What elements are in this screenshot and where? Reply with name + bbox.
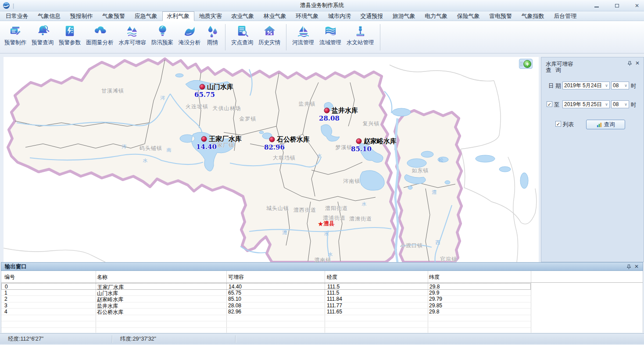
area-rain-icon xyxy=(93,24,107,38)
town-label: 盐井镇 xyxy=(299,100,316,108)
table-row[interactable]: 3盐井水库28.08111.7729.85 xyxy=(1,302,531,309)
list-checkbox[interactable]: ✓ xyxy=(555,121,561,127)
reservoir-marker[interactable] xyxy=(200,84,205,90)
menu-item-11[interactable]: 城市内涝 xyxy=(323,11,356,21)
town-label: 澧南镇 xyxy=(315,256,332,263)
output-panel: 输出窗口 ✕ 编号名称可增容经度纬度0王家厂水库14.40111.529.81山… xyxy=(1,262,643,333)
panel-close-icon[interactable]: ✕ xyxy=(635,60,640,66)
reservoir-marker[interactable] xyxy=(269,137,275,142)
table-row[interactable]: 1山门水库65.75111.529.9 xyxy=(1,290,531,296)
minimize-button[interactable] xyxy=(593,2,600,9)
toolbar-button-disaster-history[interactable]: 历史灾情 xyxy=(256,23,283,47)
toolbar-button-label: 预警查询 xyxy=(32,39,54,46)
reservoir-marker[interactable] xyxy=(201,136,207,142)
table-cell: 85.10 xyxy=(228,296,241,302)
table-cell: 29.79 xyxy=(429,296,442,302)
county-seat-label: ★澧县 xyxy=(318,220,334,228)
toolbar-button-warning-query[interactable]: 预警查询 xyxy=(29,23,56,47)
menu-item-18[interactable]: 后台管理 xyxy=(549,11,582,21)
toolbar-separator xyxy=(380,24,380,50)
flood-plan-icon xyxy=(156,24,169,38)
town-label: 澧阳街道 xyxy=(325,205,348,212)
hour-unit-label: 时 xyxy=(631,101,637,109)
menu-item-6[interactable]: 水利气象 xyxy=(162,11,195,21)
toolbar-group-2: 灾点查询历史灾情 xyxy=(229,23,283,47)
zoom-in-button[interactable]: + xyxy=(523,60,531,68)
table-row[interactable] xyxy=(1,321,531,328)
toolbar-button-flood-plan[interactable]: 防汛预案 xyxy=(149,23,176,47)
menu-item-3[interactable]: 预报制作 xyxy=(65,11,98,21)
to-checkbox[interactable]: ✓ xyxy=(547,101,552,107)
table-row[interactable]: 0王家厂水库14.40111.529.8 xyxy=(1,283,531,290)
pin-icon[interactable] xyxy=(626,264,631,270)
menu-item-9[interactable]: 林业气象 xyxy=(259,11,291,21)
toolbar-button-rain-info[interactable]: 雨情 xyxy=(203,23,222,47)
toolbar-button-hydro-station[interactable]: 水文站管理 xyxy=(344,23,377,47)
rain-info-icon xyxy=(206,24,219,38)
toolbar-button-area-rain[interactable]: 面雨量分析 xyxy=(83,23,116,47)
toolbar-separator xyxy=(286,24,286,50)
toolbar-button-label: 预警参数 xyxy=(59,39,81,46)
star-icon: ★ xyxy=(318,221,323,227)
menu-item-13[interactable]: 旅游气象 xyxy=(388,11,420,21)
warning-make-icon xyxy=(9,24,22,38)
toolbar-button-basin-mgmt[interactable]: 流域管理 xyxy=(317,23,344,47)
reservoir-name-label: 王家厂水库 xyxy=(209,135,242,143)
reservoir-name-label: 山门水库 xyxy=(207,83,233,91)
menu-item-4[interactable]: 气象预警 xyxy=(98,11,130,21)
date-from-combo[interactable]: 2019年 5月24日∨ xyxy=(562,82,610,89)
toolbar-group-1: 预警制作预警查询预警参数面雨量分析水库可增容防汛预案淹没分析雨情 xyxy=(2,23,222,47)
drag-grip-icon xyxy=(520,61,523,67)
toolbar-button-reservoir-capacity[interactable]: 水库可增容 xyxy=(116,23,149,47)
table-cell: 29.9 xyxy=(429,290,439,296)
table-row[interactable]: 2赵家峪水库85.10111.8429.79 xyxy=(1,296,531,302)
inundation-icon xyxy=(183,24,197,38)
column-header[interactable]: 编号 xyxy=(4,274,15,281)
toolbar-button-inundation[interactable]: 淹没分析 xyxy=(176,23,203,47)
table-cell: 1 xyxy=(4,290,7,296)
reservoir-name-label: 石公桥水库 xyxy=(277,135,310,144)
toolbar-button-label: 面雨量分析 xyxy=(86,39,114,46)
hour-to-combo[interactable]: 08∨ xyxy=(611,100,629,108)
town-label: 官垸镇 xyxy=(440,256,458,263)
menu-item-8[interactable]: 农业气象 xyxy=(227,11,259,21)
reservoir-marker[interactable] xyxy=(356,139,362,144)
menu-item-12[interactable]: 交通预报 xyxy=(356,11,388,21)
pin-icon[interactable] xyxy=(627,61,632,66)
menu-item-1[interactable]: 日常业务 xyxy=(1,11,33,21)
map-canvas[interactable]: 甘溪滩镇火连坡镇天供山林场金罗镇盐井镇复兴镇码头铺镇王家厂镇梦溪镇大堰垱镇如东镇… xyxy=(4,57,539,262)
table-row[interactable] xyxy=(1,315,531,322)
town-label: 小渡口镇 xyxy=(400,242,423,249)
menu-item-16[interactable]: 雷电预警 xyxy=(485,11,517,21)
toolbar-button-warning-params[interactable]: 预警参数 xyxy=(56,23,83,47)
table-cell: 111.5 xyxy=(327,290,339,296)
column-header[interactable]: 可增容 xyxy=(228,274,244,281)
maximize-button[interactable] xyxy=(613,2,620,9)
close-button[interactable]: ✕ xyxy=(633,2,640,9)
table-cell: 14.40 xyxy=(229,284,242,290)
menu-item-2[interactable]: 气象信息 xyxy=(33,11,66,21)
query-button[interactable]: 查询 xyxy=(586,120,625,129)
menu-item-10[interactable]: 环境气象 xyxy=(291,11,324,21)
menu-item-17[interactable]: 气象指数 xyxy=(517,11,549,21)
table-row[interactable]: 4石公桥水库82.96111.6529.8 xyxy=(1,309,531,315)
panel-close-icon[interactable]: ✕ xyxy=(634,263,639,270)
toolbar-group-3: 河流管理流域管理水文站管理 xyxy=(290,23,377,47)
county-seat-name: 澧县 xyxy=(323,220,334,228)
reservoir-value-label: 85.10 xyxy=(351,145,372,153)
column-header[interactable]: 经度 xyxy=(327,274,337,281)
toolbar-button-label: 历史灾情 xyxy=(258,39,280,46)
menu-item-15[interactable]: 保险气象 xyxy=(452,11,485,21)
hour-from-combo[interactable]: 08∨ xyxy=(611,82,629,89)
toolbar-button-warning-make[interactable]: 预警制作 xyxy=(2,23,29,47)
toolbar-button-disaster-query[interactable]: 灾点查询 xyxy=(229,23,256,47)
column-header[interactable]: 名称 xyxy=(97,274,107,281)
menu-item-14[interactable]: 电力气象 xyxy=(420,11,453,21)
menu-item-7[interactable]: 地质灾害 xyxy=(194,11,227,21)
toolbar-button-river-mgmt[interactable]: 河流管理 xyxy=(290,23,317,47)
date-to-combo[interactable]: 2019年 5月25日∨ xyxy=(562,100,610,108)
window-title: 澧县业务制作系统 xyxy=(0,2,644,9)
column-header[interactable]: 纬度 xyxy=(429,274,440,281)
reservoir-marker[interactable] xyxy=(324,108,330,114)
menu-item-5[interactable]: 应急气象 xyxy=(130,11,162,21)
